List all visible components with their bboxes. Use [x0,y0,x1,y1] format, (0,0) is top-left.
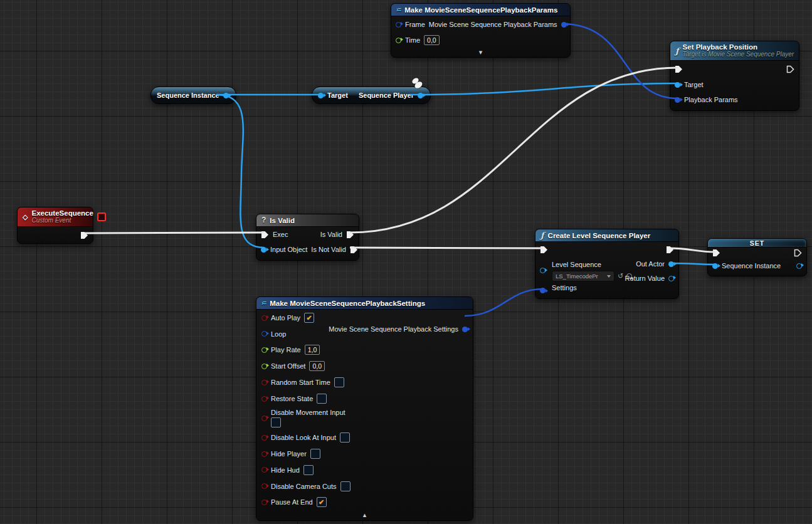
playback-settings-output-pin[interactable] [462,327,468,332]
is-not-valid-out-label: Is Not Valid [311,246,345,253]
auto-play-pin[interactable] [261,315,267,321]
start-offset-pin[interactable] [261,364,267,369]
node-header[interactable]: ƒ Create Level Sequence Player [535,229,678,242]
random-start-time-label: Random Start Time [271,379,330,386]
question-mark-icon: ? [261,217,266,224]
wire-settings-to-settings-pin [465,289,543,316]
exec-in-label: Exec [273,231,288,238]
exec-out-pin[interactable] [80,231,88,239]
frame-pin[interactable] [396,22,401,28]
hide-player-checkbox[interactable] [310,449,320,459]
pause-at-end-pin[interactable] [261,500,267,505]
blueprint-graph-canvas[interactable]: ›= Make MovieSceneSequencePlaybackParams… [0,0,812,524]
node-header[interactable]: ? Is Valid [256,214,359,227]
settings-pin[interactable] [540,288,546,293]
node-header[interactable]: SET [708,239,806,248]
time-value-field[interactable]: 0,0 [424,35,440,45]
sequence-instance-out-pin[interactable] [796,263,802,269]
is-not-valid-exec-out-pin[interactable] [350,246,358,254]
loop-label: Loop [271,330,286,338]
playback-params-pin[interactable] [675,97,680,103]
disable-look-at-input-checkbox[interactable] [340,432,350,443]
target-input-pin[interactable] [318,93,324,98]
wire-sequence-player-to-target [410,83,678,95]
sequence-player-output-label: Sequence Player [359,92,414,99]
node-subtitle: Custom Event [31,217,93,224]
use-selected-icon[interactable]: ↺ [618,273,623,280]
node-get-sequence-player[interactable]: Target Sequence Player [312,86,431,104]
delegate-pin[interactable] [97,212,106,221]
start-offset-label: Start Offset [271,362,305,370]
wire-event-to-is-valid-exec [85,233,264,233]
target-pin[interactable] [675,82,680,88]
node-make-movie-scene-sequence-playback-params[interactable]: ›= Make MovieSceneSequencePlaybackParams… [391,3,571,58]
node-header[interactable]: ◇ ExecuteSequence Custom Event [18,207,93,227]
node-set-playback-position[interactable]: ƒ Set Playback Position Target is Movie … [670,41,799,111]
restore-state-pin[interactable] [261,396,267,402]
hide-hud-checkbox[interactable] [303,465,314,475]
return-value-pin[interactable] [668,276,674,281]
exec-in-pin[interactable] [712,249,720,257]
is-valid-exec-out-pin[interactable] [346,231,354,239]
asset-picker-dropdown[interactable]: LS_TimecodePr [552,271,614,281]
return-value-label: Return Value [625,275,665,282]
play-rate-pin[interactable] [261,347,267,353]
random-start-time-checkbox[interactable] [334,377,344,387]
target-pin-label: Target [684,81,704,88]
function-icon: ƒ [675,48,679,55]
input-object-pin[interactable] [261,247,266,253]
node-header[interactable]: ›= Make MovieSceneSequencePlaybackSettin… [256,297,473,310]
node-make-movie-scene-sequence-playback-settings[interactable]: ›= Make MovieSceneSequencePlaybackSettin… [256,296,473,521]
hide-player-label: Hide Player [271,450,307,458]
hide-hud-pin[interactable] [261,467,267,473]
exec-out-pin[interactable] [794,249,802,257]
random-start-time-pin[interactable] [261,380,267,385]
disable-camera-cuts-pin[interactable] [261,483,267,489]
collapse-chevron-icon[interactable]: ▾ [391,48,570,57]
collapse-chevron-icon[interactable]: ▴ [256,510,473,520]
disable-camera-cuts-checkbox[interactable] [340,481,351,491]
disable-look-at-input-pin[interactable] [261,435,267,441]
start-offset-field[interactable]: 0,0 [309,361,325,371]
exec-in-pin[interactable] [675,65,683,73]
node-title: Make MovieSceneSequencePlaybackParams [404,6,557,14]
asset-picker-value: LS_TimecodePr [556,273,598,280]
exec-out-pin[interactable] [786,65,794,73]
settings-label: Settings [552,284,577,291]
is-valid-out-label: Is Valid [320,231,342,238]
playback-params-output-pin[interactable] [561,22,567,28]
disable-movement-input-checkbox[interactable] [271,417,281,427]
sequence-instance-output-pin[interactable] [223,93,229,98]
exec-in-pin[interactable] [261,231,269,239]
level-sequence-pin[interactable] [540,268,546,273]
out-actor-pin[interactable] [668,261,674,267]
node-set-sequence-instance[interactable]: SET Sequence Instance [707,238,807,276]
node-title: Is Valid [270,217,295,224]
loop-pin[interactable] [261,331,267,337]
node-execute-sequence-event[interactable]: ◇ ExecuteSequence Custom Event [17,207,93,244]
exec-out-pin[interactable] [666,246,674,254]
disable-movement-input-pin[interactable] [261,416,267,421]
node-get-sequence-instance[interactable]: Sequence Instance [150,86,236,104]
make-struct-icon: ›= [261,300,266,307]
sequence-player-output-pin[interactable] [418,93,423,98]
variable-label: Sequence Instance [157,92,219,99]
wire-is-not-valid-to-create-player [350,248,543,248]
node-is-valid[interactable]: ? Is Valid Exec Is Valid Input Object Is… [256,214,359,261]
restore-state-checkbox[interactable] [317,394,327,404]
node-create-level-sequence-player[interactable]: ƒ Create Level Sequence Player Level Seq… [535,229,679,299]
node-header[interactable]: ›= Make MovieSceneSequencePlaybackParams [391,4,570,16]
disable-look-at-input-label: Disable Look At Input [271,434,336,441]
out-actor-label: Out Actor [636,260,665,268]
auto-play-checkbox[interactable]: ✔ [304,313,314,323]
exec-in-pin[interactable] [540,246,548,254]
pause-at-end-checkbox[interactable]: ✔ [317,497,327,507]
node-title: ExecuteSequence [31,209,93,217]
hide-hud-label: Hide Hud [271,466,300,474]
sequence-instance-in-pin[interactable] [712,263,718,269]
hide-player-pin[interactable] [261,451,267,457]
node-header[interactable]: ƒ Set Playback Position Target is Movie … [670,41,799,61]
time-pin[interactable] [396,38,401,43]
play-rate-field[interactable]: 1,0 [305,345,320,355]
node-title: SET [750,239,764,247]
